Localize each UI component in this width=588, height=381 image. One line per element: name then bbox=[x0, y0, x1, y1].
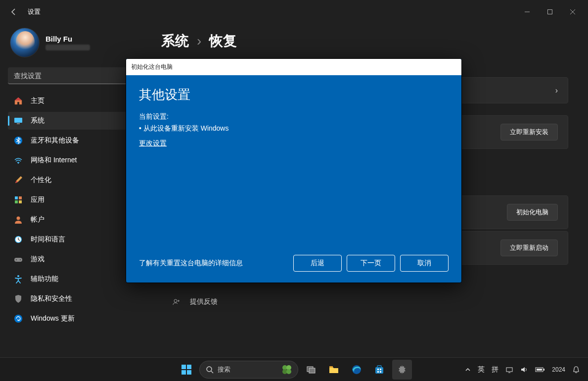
svg-point-23 bbox=[207, 367, 212, 372]
battery-tray-icon[interactable] bbox=[535, 367, 545, 373]
svg-rect-19 bbox=[181, 365, 186, 369]
svg-rect-33 bbox=[375, 367, 383, 374]
svg-rect-34 bbox=[377, 366, 381, 368]
svg-rect-30 bbox=[309, 368, 315, 373]
svg-rect-40 bbox=[506, 368, 512, 372]
notifications-tray-icon[interactable] bbox=[572, 366, 580, 374]
clover-icon bbox=[281, 364, 293, 376]
dialog-back-button[interactable]: 后退 bbox=[293, 255, 342, 272]
volume-tray-icon[interactable] bbox=[520, 366, 528, 374]
taskbar-search[interactable]: 搜索 bbox=[199, 361, 298, 379]
svg-rect-31 bbox=[329, 366, 333, 368]
svg-point-28 bbox=[286, 369, 291, 374]
search-icon bbox=[206, 366, 214, 374]
dialog-titlebar: 初始化这台电脑 bbox=[126, 59, 461, 75]
edge-button[interactable] bbox=[347, 360, 366, 380]
start-button[interactable] bbox=[177, 360, 196, 380]
reset-dialog: 初始化这台电脑 其他设置 当前设置: • 从此设备重新安装 Windows 更改… bbox=[126, 58, 462, 283]
dialog-cancel-button[interactable]: 取消 bbox=[400, 255, 449, 272]
taskbar-search-label: 搜索 bbox=[218, 365, 230, 374]
svg-rect-35 bbox=[377, 369, 379, 370]
taskbar: 搜索 英 拼 2024 bbox=[0, 357, 588, 381]
taskview-button[interactable] bbox=[301, 360, 321, 380]
dialog-bullet: • 从此设备重新安装 Windows bbox=[139, 124, 449, 133]
svg-rect-38 bbox=[380, 371, 381, 373]
dialog-heading: 其他设置 bbox=[139, 86, 449, 103]
dialog-current-label: 当前设置: bbox=[139, 112, 449, 121]
taskbar-clock[interactable]: 2024 bbox=[552, 366, 565, 373]
tray-chevron-icon[interactable] bbox=[465, 367, 471, 373]
svg-rect-36 bbox=[380, 369, 381, 370]
svg-rect-44 bbox=[537, 369, 542, 371]
ime-lang[interactable]: 英 bbox=[478, 365, 485, 374]
ime-mode[interactable]: 拼 bbox=[492, 365, 498, 374]
dialog-learn-more-link[interactable]: 了解有关重置这台电脑的详细信息 bbox=[139, 259, 288, 268]
svg-rect-43 bbox=[543, 369, 544, 371]
explorer-button[interactable] bbox=[324, 360, 344, 380]
dialog-change-settings-link[interactable]: 更改设置 bbox=[139, 139, 449, 148]
dialog-next-button[interactable]: 下一页 bbox=[347, 255, 395, 272]
svg-rect-20 bbox=[187, 365, 191, 369]
svg-rect-37 bbox=[377, 371, 379, 373]
svg-rect-22 bbox=[187, 370, 191, 375]
settings-button[interactable] bbox=[392, 360, 412, 380]
svg-line-24 bbox=[211, 371, 213, 373]
network-tray-icon[interactable] bbox=[505, 366, 513, 374]
svg-rect-21 bbox=[181, 370, 186, 375]
store-button[interactable] bbox=[369, 360, 389, 380]
